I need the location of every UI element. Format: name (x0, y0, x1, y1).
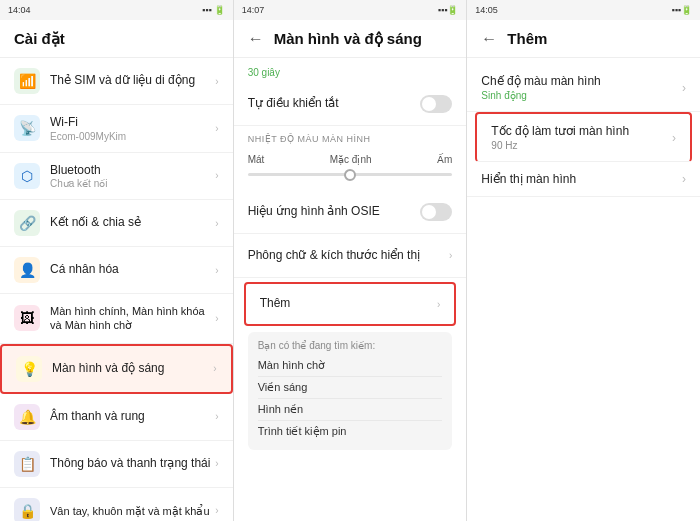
suggestion-header: Bạn có thể đang tìm kiếm: (258, 340, 443, 351)
color-mode-sublabel: Sinh động (481, 90, 682, 101)
display-header: ← Màn hình và độ sáng (234, 20, 467, 58)
auto-control-toggle[interactable] (420, 95, 452, 113)
chevron-display-show: › (682, 172, 686, 186)
signal-3: ▪▪▪🔋 (671, 5, 692, 15)
status-right-2: ▪▪▪🔋 (438, 5, 459, 15)
chevron-personal: › (215, 265, 218, 276)
homescreen-label: Màn hình chính, Màn hình khóa và Màn hìn… (50, 304, 215, 333)
signal-icon-1: ▪▪▪ (202, 5, 212, 15)
settings-item-bluetooth[interactable]: ⬡ Bluetooth Chưa kết nối › (0, 153, 233, 201)
display-show-row: Hiển thị màn hình › (481, 172, 686, 186)
back-button-more[interactable]: ← (481, 30, 497, 48)
settings-item-sim[interactable]: 📶 Thẻ SIM và dữ liệu di động › (0, 58, 233, 105)
settings-list: 📶 Thẻ SIM và dữ liệu di động › 📡 Wi-Fi E… (0, 58, 233, 521)
font-label: Phông chữ & kích thước hiển thị (248, 248, 449, 264)
notifications-icon: 📋 (14, 451, 40, 477)
suggestion-item-2[interactable]: Viền sáng (258, 377, 443, 399)
bluetooth-label: Bluetooth (50, 163, 215, 179)
color-mode-label: Chế độ màu màn hình (481, 74, 682, 88)
wifi-icon: 📡 (14, 115, 40, 141)
temp-labels: Mát Mặc định Ấm (248, 154, 453, 165)
refresh-rate-row: Tốc độ làm tươi màn hình 90 Hz › (491, 124, 676, 151)
chevron-notifications: › (215, 458, 218, 469)
time-3: 14:05 (475, 5, 498, 15)
settings-item-display[interactable]: 💡 Màn hình và độ sáng › (0, 344, 233, 394)
chevron-homescreen: › (215, 313, 218, 324)
chevron-connect: › (215, 218, 218, 229)
bluetooth-icon: ⬡ (14, 163, 40, 189)
settings-item-connect[interactable]: 🔗 Kết nối & chia sẻ › (0, 200, 233, 247)
display-title: Màn hình và độ sáng (274, 30, 453, 48)
temp-cool: Mát (248, 154, 265, 165)
chevron-display: › (213, 363, 216, 374)
status-bar-2: 14:07 ▪▪▪🔋 (234, 0, 467, 20)
chevron-font: › (449, 250, 452, 261)
color-mode-item[interactable]: Chế độ màu màn hình Sinh động › (467, 64, 700, 112)
suggestion-item-1[interactable]: Màn hình chờ (258, 355, 443, 377)
settings-title: Cài đặt (14, 30, 219, 48)
settings-item-homescreen[interactable]: 🖼 Màn hình chính, Màn hình khóa và Màn h… (0, 294, 233, 344)
more-header: ← Thêm (467, 20, 700, 58)
temp-slider: Mát Mặc định Ấm (234, 148, 467, 190)
chevron-fingerprint: › (215, 505, 218, 516)
settings-item-sound[interactable]: 🔔 Âm thanh và rung › (0, 394, 233, 441)
connect-icon: 🔗 (14, 210, 40, 236)
temp-section-header: NHIỆT ĐỘ MÀU MÀN HÌNH (234, 126, 467, 148)
signal-2: ▪▪▪🔋 (438, 5, 459, 15)
osie-toggle[interactable] (420, 203, 452, 221)
settings-header: Cài đặt (0, 20, 233, 58)
settings-item-fingerprint[interactable]: 🔒 Vân tay, khuôn mặt và mật khẩu › (0, 488, 233, 521)
font-item[interactable]: Phông chữ & kích thước hiển thị › (234, 234, 467, 278)
status-left-3: 14:05 (475, 5, 498, 15)
settings-item-personal[interactable]: 👤 Cá nhân hóa › (0, 247, 233, 294)
temp-slider-thumb[interactable] (344, 169, 356, 181)
temp-slider-track[interactable] (248, 173, 453, 176)
fingerprint-label: Vân tay, khuôn mặt và mật khẩu (50, 504, 215, 518)
chevron-refresh-rate: › (672, 131, 676, 145)
chevron-more: › (437, 299, 440, 310)
notifications-label: Thông báo và thanh trạng thái (50, 456, 215, 472)
status-right-1: ▪▪▪ 🔋 (202, 5, 225, 15)
refresh-rate-value: 90 Hz (491, 140, 672, 151)
status-left-2: 14:07 (242, 5, 265, 15)
suggestion-item-3[interactable]: Hình nền (258, 399, 443, 421)
display-icon: 💡 (16, 356, 42, 382)
more-title: Thêm (507, 30, 686, 47)
refresh-rate-label: Tốc độ làm tươi màn hình (491, 124, 672, 138)
refresh-rate-wrapper: Tốc độ làm tươi màn hình 90 Hz › (475, 112, 692, 162)
time-1: 14:04 (8, 5, 31, 15)
status-left-1: 14:04 (8, 5, 31, 15)
settings-item-wifi[interactable]: 📡 Wi-Fi Ecom-009MyKim › (0, 105, 233, 153)
sound-label: Âm thanh và rung (50, 409, 215, 425)
panel-settings: 14:04 ▪▪▪ 🔋 Cài đặt 📶 Thẻ SIM và dữ liệu… (0, 0, 234, 521)
more-label: Thêm (260, 296, 437, 312)
chevron-wifi: › (215, 123, 218, 134)
sim-label: Thẻ SIM và dữ liệu di động (50, 73, 215, 89)
chevron-sim: › (215, 76, 218, 87)
more-list: Chế độ màu màn hình Sinh động › Tốc độ l… (467, 58, 700, 203)
sim-icon: 📶 (14, 68, 40, 94)
settings-item-notifications[interactable]: 📋 Thông báo và thanh trạng thái › (0, 441, 233, 488)
auto-control-item[interactable]: Tự điều khiển tắt (234, 82, 467, 126)
chevron-sound: › (215, 411, 218, 422)
status-right-3: ▪▪▪🔋 (671, 5, 692, 15)
display-show-label: Hiển thị màn hình (481, 172, 682, 186)
back-button-display[interactable]: ← (248, 30, 264, 48)
suggestion-item-4[interactable]: Trình tiết kiệm pin (258, 421, 443, 442)
auto-off-subtitle: 30 giây (248, 67, 280, 78)
refresh-rate-item[interactable]: Tốc độ làm tươi màn hình 90 Hz › (475, 112, 692, 162)
chevron-bluetooth: › (215, 170, 218, 181)
color-mode-row: Chế độ màu màn hình Sinh động › (481, 74, 686, 101)
wifi-value: Ecom-009MyKim (50, 131, 211, 142)
chevron-color-mode: › (682, 81, 686, 95)
osie-toggle-dot (422, 205, 436, 219)
bluetooth-value: Chưa kết nối (50, 178, 211, 189)
panel-more: 14:05 ▪▪▪🔋 ← Thêm Chế độ màu màn hình Si… (467, 0, 700, 521)
more-item[interactable]: Thêm › (244, 282, 457, 326)
status-bar-1: 14:04 ▪▪▪ 🔋 (0, 0, 233, 20)
temp-warm: Ấm (437, 154, 452, 165)
display-show-item[interactable]: Hiển thị màn hình › (467, 162, 700, 197)
status-bar-3: 14:05 ▪▪▪🔋 (467, 0, 700, 20)
osie-item[interactable]: Hiệu ứng hình ảnh OSIE (234, 190, 467, 234)
homescreen-icon: 🖼 (14, 305, 40, 331)
